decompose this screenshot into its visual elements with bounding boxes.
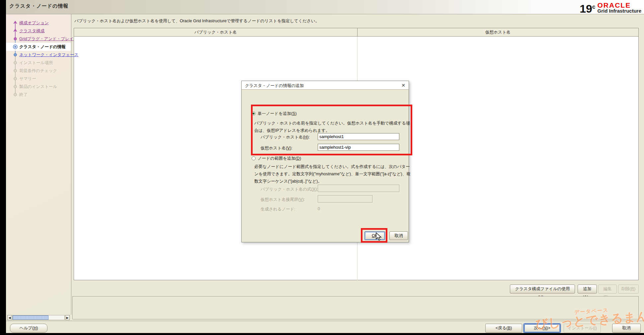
dialog-titlebar[interactable]: クラスタ・ノードの情報の追加 ✕ — [242, 81, 409, 90]
help-button[interactable]: ヘルプ(H) — [10, 324, 47, 333]
milestone-pending-icon — [13, 68, 18, 73]
milestone-pending-icon — [13, 76, 18, 81]
sidebar-item-3[interactable]: Gridプラグ・アンド・プレイ — [6, 35, 71, 43]
back-button[interactable]: <戻る(B) — [485, 324, 522, 333]
public-hostname-input[interactable] — [318, 133, 399, 140]
add-single-node-radio[interactable] — [252, 112, 256, 116]
milestone-sidebar: 構成オプションクラスタ構成Gridプラグ・アンド・プレイクラスタ・ノードの情報ネ… — [6, 14, 71, 315]
page-title: クラスタ・ノードの情報 — [9, 3, 68, 9]
sidebar-item-label: 構成オプション — [19, 20, 49, 26]
footer-separator — [6, 321, 644, 321]
next-button[interactable]: 次へ(N)> — [524, 324, 560, 333]
oracle-brand-logo: ORACLE — [597, 2, 641, 8]
milestone-current-icon — [13, 44, 18, 49]
dialog-cancel-button[interactable]: 取消 — [389, 231, 408, 240]
add-button[interactable]: 追加(A)... — [578, 285, 597, 293]
milestone-next-icon — [13, 52, 18, 57]
delete-button: 削除(R) — [618, 285, 639, 293]
use-cluster-config-file-button[interactable]: クラスタ構成ファイルの使用(U)... — [510, 285, 575, 293]
sidebar-item-4[interactable]: クラスタ・ノードの情報 — [6, 43, 71, 51]
sidebar-item-7: 前提条件のチェック — [6, 67, 71, 75]
virtual-hostname-input[interactable] — [318, 144, 399, 151]
milestone-pending-icon — [13, 60, 18, 65]
sidebar-horizontal-scrollbar: ◀ ▶ — [6, 315, 71, 320]
message-panel — [72, 296, 639, 319]
version-19c: 19c — [580, 1, 595, 15]
sidebar-item-5[interactable]: ネットワーク・インタフェース — [6, 51, 71, 59]
sidebar-item-8: サマリー — [6, 75, 71, 83]
page-header: クラスタ・ノードの情報 19c ORACLE Grid Infrastructu… — [6, 0, 644, 14]
oracle-19c-logo: 19c ORACLE Grid Infrastructure — [580, 1, 641, 15]
node-range-description: 必要なノードにノード範囲式を指定してください。式を作成するには、次のパターンを使… — [254, 163, 412, 185]
add-node-range-radio[interactable] — [252, 156, 256, 160]
sidebar-item-2[interactable]: クラスタ構成 — [6, 27, 71, 35]
add-cluster-node-dialog: クラスタ・ノードの情報の追加 ✕ — [241, 81, 409, 242]
footer-cancel-button[interactable]: 取消 — [612, 324, 641, 333]
milestone-done-icon — [13, 29, 18, 33]
edit-button: 編集(E)... — [598, 285, 617, 293]
dialog-ok-button[interactable]: OK — [364, 231, 385, 240]
close-icon[interactable]: ✕ — [401, 82, 405, 88]
column-header-virtual-hostname: 仮想ホスト名 — [358, 28, 638, 36]
sidebar-item-label: インストール場所 — [19, 60, 53, 66]
sidebar-item-label: クラスタ構成 — [19, 28, 44, 34]
scrollbar-thumb[interactable] — [13, 315, 48, 320]
sidebar-item-6: インストール場所 — [6, 59, 71, 67]
instruction-text: パブリック・ホスト名および仮想ホスト名を使用して、Oracle Grid Inf… — [74, 18, 319, 24]
sidebar-item-label: クラスタ・ノードの情報 — [19, 44, 66, 50]
generated-nodes-label: 生成されるノード: — [261, 207, 295, 212]
virtual-hostname-label: 仮想ホスト名(V): — [261, 145, 292, 151]
sidebar-item-1[interactable]: 構成オプション — [6, 19, 71, 27]
sidebar-item-label: 製品のインストール — [19, 84, 57, 90]
dialog-title: クラスタ・ノードの情報の追加 — [245, 83, 304, 89]
virtual-hostname-suffix-label: 仮想ホスト名接尾辞(V): — [261, 197, 305, 203]
product-name: Grid Infrastructure — [597, 8, 641, 14]
scroll-left-arrow[interactable]: ◀ — [7, 315, 12, 320]
sidebar-item-9: 製品のインストール — [6, 83, 71, 91]
scrollbar-track[interactable] — [12, 315, 65, 320]
add-node-range-radio-label[interactable]: ノードの範囲を追加(D) — [258, 156, 301, 161]
scroll-right-arrow[interactable]: ▶ — [65, 315, 70, 320]
milestone-pending-icon — [13, 92, 18, 97]
sidebar-item-label: Gridプラグ・アンド・プレイ — [19, 36, 74, 42]
installer-window: クラスタ・ノードの情報 19c ORACLE Grid Infrastructu… — [6, 0, 644, 333]
virtual-hostname-suffix-input — [318, 195, 372, 203]
milestone-done-icon — [13, 21, 18, 25]
install-button: インストール(I) — [564, 324, 601, 333]
add-single-node-radio-label[interactable]: 単一ノードを追加(S) — [258, 111, 297, 117]
milestone-dot-icon — [13, 37, 18, 41]
sidebar-item-label: ネットワーク・インタフェース — [19, 52, 78, 58]
public-hostname-label: パブリック・ホスト名(H): — [261, 134, 310, 140]
public-hostname-expression-label: パブリック・ホスト名の式(X): — [261, 187, 318, 192]
column-header-public-hostname: パブリック・ホスト名 — [74, 28, 358, 36]
milestone-pending-icon — [13, 84, 18, 89]
sidebar-item-label: 終了 — [19, 92, 28, 98]
generated-nodes-value: 0 — [318, 207, 320, 211]
single-node-description: パブリック・ホストの名前を指定してください。仮想ホスト名を手動で構成する場合は、… — [254, 120, 412, 134]
table-header-row: パブリック・ホスト名 仮想ホスト名 — [74, 28, 638, 37]
sidebar-item-10: 終了 — [6, 91, 71, 99]
sidebar-item-label: サマリー — [19, 76, 36, 82]
public-hostname-expression-input — [318, 185, 399, 192]
sidebar-item-label: 前提条件のチェック — [19, 68, 57, 74]
